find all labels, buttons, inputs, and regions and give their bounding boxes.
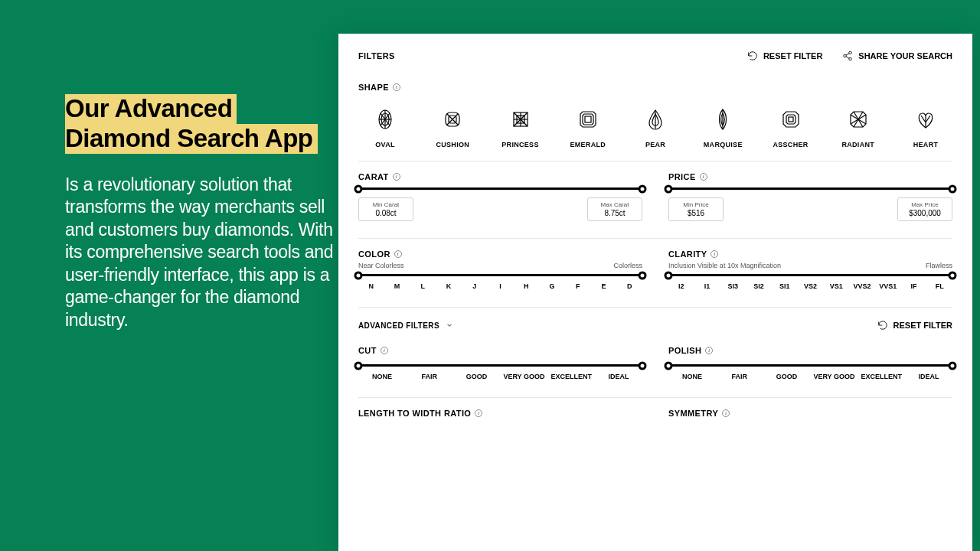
svg-line-4 — [846, 57, 849, 58]
info-icon[interactable]: i — [394, 250, 402, 258]
cushion-icon — [440, 107, 465, 132]
shape-heart[interactable]: HEART — [899, 107, 952, 148]
clarity-ticks: I2I1SI3SI2SI1VS2VS1VVS2VVS1IFFL — [668, 282, 952, 290]
title-line-2: Diamond Search App — [65, 124, 318, 154]
svg-line-36 — [926, 116, 930, 122]
price-min-input[interactable]: Min Price$516 — [668, 197, 724, 221]
price-max-input[interactable]: Max Price$300,000 — [897, 197, 952, 221]
color-slider-min-handle[interactable] — [354, 271, 363, 279]
asscher-icon — [779, 107, 803, 132]
carat-min-input[interactable]: Min Carat0.08ct — [358, 197, 413, 221]
share-search-button[interactable]: SHARE YOUR SEARCH — [842, 51, 952, 61]
info-icon[interactable]: i — [381, 347, 388, 354]
shape-marquise[interactable]: MARQUISE — [696, 107, 750, 148]
polish-heading: POLISH — [668, 346, 701, 355]
cut-ticks: NONEFAIRGOODVERY GOODEXCELLENTIDEAL — [358, 373, 642, 380]
carat-slider-max-handle[interactable] — [639, 184, 647, 193]
cut-slider[interactable] — [358, 364, 642, 367]
princess-icon — [508, 107, 533, 132]
emerald-icon — [576, 107, 600, 132]
clarity-slider-min-handle[interactable] — [665, 271, 673, 279]
carat-section: CARATi Min Carat0.08ct Max Carat8.75ct — [358, 172, 642, 221]
divider — [358, 307, 952, 308]
color-left-hint: Near Colorless — [358, 262, 404, 269]
carat-slider-min-handle[interactable] — [354, 184, 363, 193]
clarity-heading: CLARITY — [668, 249, 707, 259]
color-slider[interactable] — [358, 274, 642, 276]
radiant-icon — [846, 107, 871, 132]
polish-slider[interactable] — [668, 364, 952, 367]
shape-options-row: OVAL CUSHION PRINCESS EMERALD PEAR MARQU… — [358, 107, 952, 148]
shape-princess[interactable]: PRINCESS — [494, 107, 547, 148]
cut-slider-max-handle[interactable] — [639, 361, 647, 370]
clarity-slider-max-handle[interactable] — [949, 271, 957, 279]
price-slider[interactable] — [668, 187, 952, 190]
clarity-right-hint: Flawless — [926, 262, 952, 269]
info-icon[interactable]: i — [393, 173, 400, 181]
oval-icon — [373, 107, 397, 132]
shape-pear[interactable]: PEAR — [629, 107, 682, 148]
refresh-icon — [877, 320, 888, 331]
info-icon[interactable]: i — [705, 347, 713, 354]
shape-asscher[interactable]: ASSCHER — [764, 107, 818, 148]
shape-emerald[interactable]: EMERALD — [561, 107, 615, 148]
clarity-section: CLARITYi Inclusion Visible at 10x Magnif… — [668, 249, 952, 290]
symmetry-heading: SYMMETRY — [668, 409, 718, 418]
symmetry-section: SYMMETRYi — [668, 409, 952, 418]
title-line-1: Our Advanced — [65, 94, 237, 124]
polish-slider-min-handle[interactable] — [665, 361, 673, 370]
clarity-left-hint: Inclusion Visible at 10x Magnification — [668, 262, 781, 269]
carat-slider[interactable] — [358, 187, 642, 190]
info-icon[interactable]: i — [722, 409, 730, 417]
info-icon[interactable]: i — [393, 83, 400, 91]
svg-marker-22 — [583, 114, 593, 125]
polish-section: POLISHi NONEFAIRGOODVERY GOODEXCELLENTID… — [668, 341, 952, 380]
divider — [358, 238, 952, 239]
lwr-section: LENGTH TO WIDTH RATIOi — [358, 409, 642, 418]
info-icon[interactable]: i — [475, 409, 482, 417]
price-slider-max-handle[interactable] — [949, 184, 957, 193]
advanced-filters-toggle[interactable]: ADVANCED FILTERS — [358, 321, 453, 330]
divider — [358, 161, 952, 161]
svg-point-1 — [844, 54, 847, 57]
cut-slider-min-handle[interactable] — [354, 361, 363, 370]
filter-panel: FILTERS RESET FILTER SHARE YOUR SEARCH S… — [338, 34, 972, 551]
page-title: Our Advanced Diamond Search App — [65, 94, 318, 154]
reset-filter-button[interactable]: RESET FILTER — [747, 51, 822, 61]
price-section: PRICEi Min Price$516 Max Price$300,000 — [668, 172, 952, 221]
cut-section: CUTi NONEFAIRGOODVERY GOODEXCELLENTIDEAL — [358, 341, 642, 380]
refresh-icon — [747, 51, 758, 61]
svg-rect-28 — [789, 117, 793, 122]
color-section: COLORi Near Colorless Colorless NMLKJIHG… — [358, 249, 642, 290]
pear-icon — [643, 107, 668, 132]
shape-heading: SHAPE i — [358, 83, 952, 92]
heart-icon — [913, 107, 938, 132]
hero-block: Our Advanced Diamond Search App Is a rev… — [65, 94, 341, 331]
share-icon — [842, 51, 853, 61]
info-icon[interactable]: i — [700, 173, 707, 181]
carat-heading: CARAT — [358, 172, 389, 181]
price-slider-min-handle[interactable] — [665, 184, 673, 193]
divider — [358, 397, 952, 398]
shape-cushion[interactable]: CUSHION — [426, 107, 479, 148]
shape-radiant[interactable]: RADIANT — [831, 107, 885, 148]
color-right-hint: Colorless — [613, 262, 642, 269]
color-ticks: NMLKJIHGFED — [358, 282, 642, 290]
polish-slider-max-handle[interactable] — [949, 361, 957, 370]
svg-rect-23 — [585, 116, 591, 122]
price-heading: PRICE — [668, 172, 696, 181]
info-icon[interactable]: i — [710, 250, 718, 258]
carat-max-input[interactable]: Max Carat8.75ct — [587, 197, 642, 221]
reset-filter-label: RESET FILTER — [763, 51, 822, 60]
color-heading: COLOR — [358, 249, 390, 259]
cut-heading: CUT — [358, 346, 377, 355]
svg-marker-27 — [786, 115, 795, 124]
filters-heading: FILTERS — [358, 51, 395, 60]
shape-oval[interactable]: OVAL — [358, 107, 412, 148]
color-slider-max-handle[interactable] — [639, 271, 647, 279]
chevron-down-icon — [446, 321, 453, 329]
reset-advanced-button[interactable]: RESET FILTER — [877, 320, 952, 331]
marquise-icon — [710, 107, 735, 132]
clarity-slider[interactable] — [668, 274, 952, 276]
top-bar: FILTERS RESET FILTER SHARE YOUR SEARCH — [358, 51, 952, 61]
